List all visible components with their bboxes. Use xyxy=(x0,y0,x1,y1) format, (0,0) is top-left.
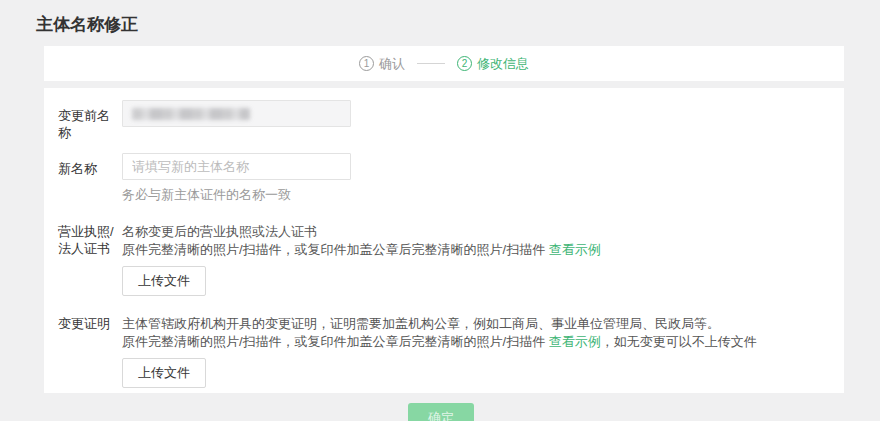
name-correction-form: 变更前名称 新名称 务必与新主体证件的名称一致 营业执照/ 法人证书 名称变更后… xyxy=(44,88,844,393)
before-name-row: 变更前名称 xyxy=(58,100,824,141)
change-proof-desc-line2-suffix: ，如无变更可以不上传文件 xyxy=(601,334,757,349)
new-name-input[interactable] xyxy=(122,153,351,180)
new-name-helper-text: 务必与新主体证件的名称一致 xyxy=(122,187,824,202)
license-desc-line2: 原件完整清晰的照片/扫描件，或复印件加盖公章后完整清晰的照片/扫描件 查看示例 xyxy=(122,241,824,259)
license-label-line2: 法人证书 xyxy=(58,240,122,257)
license-desc-line2-text: 原件完整清晰的照片/扫描件，或复印件加盖公章后完整清晰的照片/扫描件 xyxy=(122,242,549,257)
stepper-step-modify-info: 2 修改信息 xyxy=(457,55,529,73)
confirm-button[interactable]: 确定 xyxy=(408,403,474,421)
step-1-circle-icon: 1 xyxy=(359,56,374,71)
change-proof-view-example-link[interactable]: 查看示例 xyxy=(549,334,601,349)
license-label: 营业执照/ 法人证书 xyxy=(58,216,122,296)
stepper-step-confirm: 1 确认 xyxy=(359,55,405,73)
new-name-label: 新名称 xyxy=(58,153,122,202)
redacted-name-value xyxy=(132,108,250,120)
page-title: 主体名称修正 xyxy=(36,13,138,36)
step-2-label: 修改信息 xyxy=(477,55,529,73)
stepper: 1 确认 2 修改信息 xyxy=(44,46,844,81)
change-proof-upload-button[interactable]: 上传文件 xyxy=(122,358,206,388)
license-desc-line1: 名称变更后的营业执照或法人证书 xyxy=(122,223,824,241)
change-proof-desc-line2: 原件完整清晰的照片/扫描件，或复印件加盖公章后完整清晰的照片/扫描件 查看示例，… xyxy=(122,333,824,351)
change-proof-label: 变更证明 xyxy=(58,308,122,388)
stepper-connector xyxy=(417,63,445,64)
license-row: 营业执照/ 法人证书 名称变更后的营业执照或法人证书 原件完整清晰的照片/扫描件… xyxy=(58,216,824,296)
change-proof-desc-line1: 主体管辖政府机构开具的变更证明，证明需要加盖机构公章，例如工商局、事业单位管理局… xyxy=(122,315,824,333)
change-proof-row: 变更证明 主体管辖政府机构开具的变更证明，证明需要加盖机构公章，例如工商局、事业… xyxy=(58,308,824,388)
license-upload-button[interactable]: 上传文件 xyxy=(122,266,206,296)
license-label-line1: 营业执照/ xyxy=(58,223,122,240)
change-proof-desc-line2-prefix: 原件完整清晰的照片/扫描件，或复印件加盖公章后完整清晰的照片/扫描件 xyxy=(122,334,549,349)
before-name-label: 变更前名称 xyxy=(58,100,122,141)
before-name-field xyxy=(122,100,351,127)
step-1-label: 确认 xyxy=(379,55,405,73)
new-name-row: 新名称 务必与新主体证件的名称一致 xyxy=(58,153,824,202)
license-view-example-link[interactable]: 查看示例 xyxy=(549,242,601,257)
submit-area: 确定 xyxy=(58,403,824,421)
step-2-circle-icon: 2 xyxy=(457,56,472,71)
